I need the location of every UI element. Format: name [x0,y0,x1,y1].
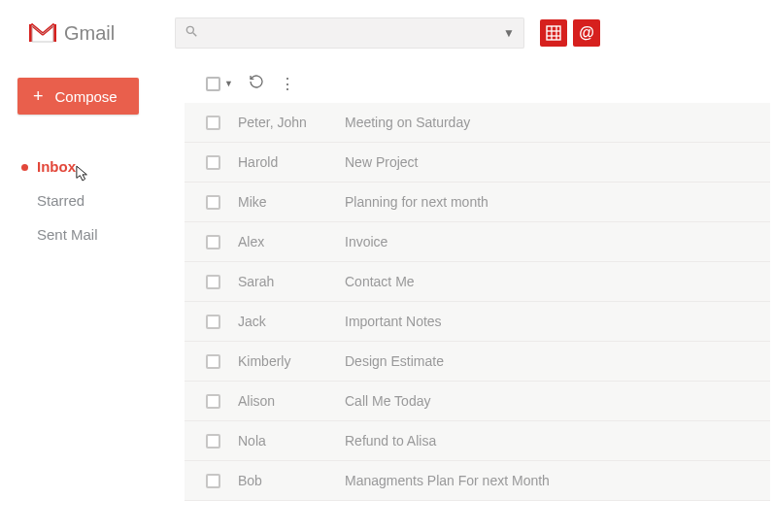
row-checkbox[interactable] [206,434,220,449]
search-bar[interactable]: ▼ [175,17,524,49]
row-checkbox[interactable] [206,474,220,488]
mail-row[interactable]: Sarah Contact Me [185,262,770,302]
refresh-icon[interactable] [249,74,264,93]
sidebar-item-inbox[interactable]: Inbox [17,150,185,183]
row-checkbox[interactable] [206,235,220,249]
mail-row[interactable]: Bob Managments Plan For next Month [185,461,770,501]
compose-button[interactable]: + Compose [17,78,139,115]
row-checkbox[interactable] [206,116,220,130]
grid-button[interactable] [540,19,567,47]
mail-sender: Bob [238,473,345,488]
mail-row[interactable]: Alison Call Me Today [185,382,770,421]
mail-subject: Refund to Alisa [345,433,436,449]
select-all-checkbox[interactable] [206,77,220,91]
mail-row[interactable]: Kimberly Design Estimate [185,342,770,382]
select-all[interactable]: ▼ [206,77,233,91]
gmail-logo-icon [29,22,56,44]
mail-row[interactable]: Jack Important Notes [185,302,770,342]
nav-label: Starred [37,192,84,209]
mail-sender: Jack [238,314,345,329]
mail-subject: Planning for next month [345,194,488,210]
mail-sender: Sarah [238,274,345,289]
mail-subject: New Project [345,154,418,170]
logo-area: Gmail [29,22,165,45]
row-checkbox[interactable] [206,195,220,210]
compose-label: Compose [55,88,118,105]
nav-label: Sent Mail [37,226,98,243]
row-checkbox[interactable] [206,394,220,409]
mouse-cursor-icon [76,165,89,183]
mail-sender: Kimberly [238,353,345,369]
mail-sender: Mike [238,194,345,210]
main: ▼ ⋮ Peter, John Meeting on Saturday Haro… [185,66,774,501]
mail-row[interactable]: Mike Planning for next month [185,183,770,222]
mail-list: Peter, John Meeting on Saturday Harold N… [185,103,770,501]
select-all-dropdown-icon[interactable]: ▼ [224,79,233,88]
svg-rect-4 [547,26,560,40]
nav-list: Inbox Starred Sent Mail [17,150,185,251]
mail-subject: Managments Plan For next Month [345,473,550,488]
row-checkbox[interactable] [206,275,220,289]
plus-icon: + [33,87,44,105]
svg-line-3 [193,33,197,37]
mail-sender: Alex [238,234,345,249]
row-checkbox[interactable] [206,155,220,170]
row-checkbox[interactable] [206,315,220,329]
at-button[interactable]: @ [573,19,600,47]
mail-subject: Call Me Today [345,393,430,409]
mail-sender: Alison [238,393,345,409]
mail-sender: Nola [238,433,345,449]
sidebar-item-starred[interactable]: Starred [17,183,185,217]
mail-row[interactable]: Alex Invoice [185,222,770,262]
mail-sender: Peter, John [238,115,345,130]
mail-subject: Invoice [345,234,387,249]
svg-point-2 [186,26,193,33]
brand-text: Gmail [64,22,115,45]
nav-label: Inbox [37,158,76,175]
header: Gmail ▼ @ [0,0,774,66]
mail-subject: Important Notes [345,314,442,329]
mail-row[interactable]: Peter, John Meeting on Saturday [185,103,770,143]
mail-subject: Design Estimate [345,353,444,369]
mail-subject: Meeting on Saturday [345,115,470,130]
mail-row[interactable]: Harold New Project [185,143,770,183]
search-input[interactable] [198,25,503,41]
row-checkbox[interactable] [206,354,220,369]
search-dropdown-icon[interactable]: ▼ [503,26,515,40]
mail-subject: Contact Me [345,274,415,289]
header-actions: @ [540,19,600,47]
mail-row[interactable]: Nola Refund to Alisa [185,421,770,461]
body: + Compose Inbox Starred Sent Mail [0,66,774,501]
sidebar: + Compose Inbox Starred Sent Mail [0,66,185,501]
sidebar-item-sent[interactable]: Sent Mail [17,217,185,251]
search-icon [185,24,198,42]
mail-sender: Harold [238,154,345,170]
toolbar: ▼ ⋮ [185,66,770,103]
more-icon[interactable]: ⋮ [280,75,294,93]
